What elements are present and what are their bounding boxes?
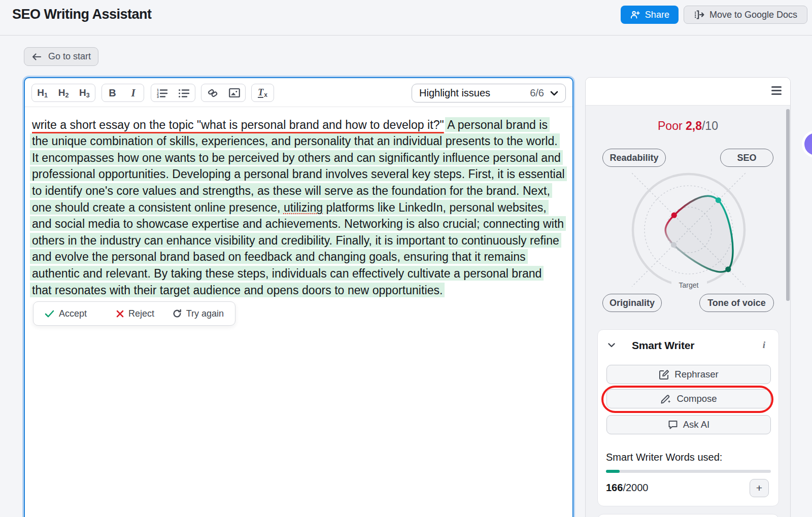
go-to-start-button[interactable]: Go to start <box>24 47 98 66</box>
bullet-list-button[interactable] <box>173 84 195 101</box>
floating-assistant-button[interactable] <box>802 130 812 158</box>
highlight-issues-count: 6/6 <box>530 87 544 99</box>
compose-pen-icon <box>660 393 671 404</box>
gauge-axis-dot <box>671 242 676 248</box>
generated-text: A personal brand is <box>445 117 550 132</box>
sidebar-scrollbar[interactable] <box>786 109 790 301</box>
score-value: 2,8 <box>686 119 702 132</box>
info-icon[interactable]: i <box>763 339 765 351</box>
generated-text: professional opportunities. Developing a… <box>30 166 567 181</box>
editor-line: write a short essay on the topic "what i… <box>32 117 567 133</box>
menu-icon[interactable] <box>771 86 782 95</box>
person-add-icon <box>630 10 640 20</box>
arrow-left-icon <box>31 53 42 61</box>
h3-button[interactable]: H3 <box>74 84 95 101</box>
generated-text: and social media to showcase expertise a… <box>30 216 566 231</box>
link-button[interactable] <box>201 84 223 101</box>
italic-button[interactable]: I <box>123 84 144 101</box>
words-used-progressbar <box>606 470 771 473</box>
compose-label: Compose <box>676 393 717 404</box>
editor-line: to identify one's core values and streng… <box>32 183 567 199</box>
page-title: SEO Writing Assistant <box>12 7 152 22</box>
score-gauge-chart: Target <box>586 140 791 320</box>
h1-button[interactable]: H1 <box>32 84 53 101</box>
generated-text: others in the industry can enhance visib… <box>30 233 561 248</box>
move-to-google-docs-label: Move to Google Docs <box>709 10 797 20</box>
prompt-text: write a short essay on the topic "what i… <box>29 118 444 131</box>
x-icon <box>116 310 124 318</box>
suggestion-action-bar: Accept Reject Try again <box>33 301 235 326</box>
editor-line: that resonates with their target audienc… <box>32 282 567 299</box>
accept-button[interactable]: Accept <box>45 308 116 319</box>
editor-panel: H1 H2 H3 B I 1 2 3 <box>24 77 573 517</box>
list-buttons-group: 1 2 3 <box>151 84 195 102</box>
reject-button[interactable]: Reject <box>116 308 173 319</box>
try-again-button[interactable]: Try again <box>173 308 224 319</box>
gauge-axis-dot <box>716 197 721 203</box>
try-again-label: Try again <box>186 308 224 319</box>
rephraser-label: Rephraser <box>674 369 718 380</box>
h2-button[interactable]: H2 <box>53 84 74 101</box>
generated-text: and evolve the personal brand based on f… <box>30 249 528 264</box>
misspelled-word: utilizing <box>284 200 323 215</box>
check-icon <box>45 310 54 318</box>
words-used-count: 166/2000 <box>606 482 648 494</box>
collapse-chevron-icon[interactable] <box>608 343 615 348</box>
clear-formatting-button[interactable]: Tx <box>252 84 274 101</box>
generated-text: the unique combination of skills, experi… <box>30 133 560 148</box>
share-button-label: Share <box>645 10 669 20</box>
gauge-axis-dot <box>725 266 731 272</box>
rephraser-button[interactable]: Rephraser <box>606 365 771 384</box>
edit-pencil-icon <box>659 369 669 380</box>
generated-text: It encompasses how one wants to be perce… <box>30 150 563 165</box>
gauge-target-label: Target <box>679 281 699 289</box>
chevron-down-icon <box>550 91 558 96</box>
heading-buttons-group: H1 H2 H3 <box>31 84 95 102</box>
generated-text: to identify one's core values and streng… <box>30 183 552 198</box>
bold-button[interactable]: B <box>102 84 123 101</box>
ordered-list-button[interactable]: 1 2 3 <box>151 84 173 101</box>
move-to-google-docs-button[interactable]: Move to Google Docs <box>684 6 807 24</box>
add-words-button[interactable]: + <box>750 479 769 497</box>
editor-line: the unique combination of skills, experi… <box>32 133 567 150</box>
generated-text: authentic and relevant. By taking these … <box>30 266 544 281</box>
gauge-axis-dot <box>671 213 677 218</box>
sidebar-header <box>586 78 790 106</box>
words-used-label: Smart Writer Words used: <box>606 452 722 463</box>
share-button[interactable]: Share <box>621 6 679 24</box>
go-to-start-label: Go to start <box>48 51 91 62</box>
insert-buttons-group <box>201 84 246 102</box>
editor-text[interactable]: write a short essay on the topic "what i… <box>32 117 567 299</box>
chat-bubble-icon <box>668 420 678 430</box>
image-button[interactable] <box>223 84 245 101</box>
editor-line: professional opportunities. Developing a… <box>32 166 567 183</box>
clear-format-group: Tx <box>251 84 274 102</box>
editor-line: authentic and relevant. By taking these … <box>32 265 567 282</box>
highlight-issues-label: Highlight issues <box>419 87 490 99</box>
svg-text:3: 3 <box>157 95 159 98</box>
app-header: SEO Writing Assistant Share Move to Goog <box>0 0 812 36</box>
score-sidebar: Poor 2,8/10 Readability SEO Originality … <box>585 77 791 517</box>
highlight-issues-dropdown[interactable]: Highlight issues 6/6 <box>412 84 566 102</box>
move-out-icon <box>694 10 705 20</box>
accept-label: Accept <box>59 308 87 319</box>
score-max: /10 <box>702 119 718 132</box>
generated-text: one should create a consistent online pr… <box>30 200 284 215</box>
editor-line: It encompasses how one wants to be perce… <box>32 150 567 166</box>
next-section-card <box>597 514 779 517</box>
editor-toolbar: H1 H2 H3 B I 1 2 3 <box>25 78 572 107</box>
generated-text: that resonates with their target audienc… <box>30 283 445 297</box>
score-grade: Poor <box>658 119 683 132</box>
score-gauge-svg: Target <box>586 140 791 318</box>
format-buttons-group: B I <box>101 84 144 102</box>
compose-button[interactable]: Compose <box>606 389 771 408</box>
editor-line: and evolve the personal brand based on f… <box>32 249 567 265</box>
generated-text: platforms like LinkedIn, personal websit… <box>323 200 549 215</box>
editor-line: and social media to showcase expertise a… <box>32 216 567 232</box>
overall-score: Poor 2,8/10 <box>586 119 790 133</box>
ask-ai-button[interactable]: Ask AI <box>606 415 771 434</box>
smart-writer-card: Smart Writer i Rephraser Compose <box>597 329 779 506</box>
smart-writer-title: Smart Writer <box>632 339 694 352</box>
editor-line: one should create a consistent online pr… <box>32 199 567 216</box>
editor-line: others in the industry can enhance visib… <box>32 232 567 249</box>
